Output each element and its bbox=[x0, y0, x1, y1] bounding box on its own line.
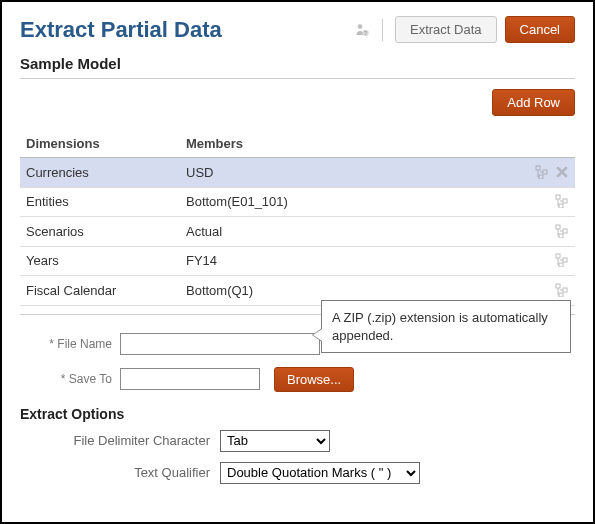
svg-rect-5 bbox=[539, 175, 543, 179]
dimension-cell: Currencies bbox=[20, 158, 180, 188]
hierarchy-icon[interactable] bbox=[553, 224, 569, 240]
svg-rect-13 bbox=[563, 258, 567, 262]
svg-rect-7 bbox=[563, 199, 567, 203]
delimiter-select[interactable]: Tab bbox=[220, 430, 330, 452]
member-cell: FY14 bbox=[180, 246, 515, 276]
svg-rect-10 bbox=[563, 229, 567, 233]
divider bbox=[20, 78, 575, 79]
divider bbox=[382, 19, 383, 41]
member-cell: Bottom(E01_101) bbox=[180, 187, 515, 217]
tooltip: A ZIP (.zip) extension is automatically … bbox=[321, 300, 571, 353]
extract-options-title: Extract Options bbox=[20, 406, 575, 422]
tooltip-text: A ZIP (.zip) extension is automatically … bbox=[332, 310, 548, 343]
hierarchy-icon[interactable] bbox=[553, 283, 569, 299]
extract-data-button[interactable]: Extract Data bbox=[395, 16, 497, 43]
svg-rect-9 bbox=[556, 225, 560, 229]
add-row-button[interactable]: Add Row bbox=[492, 89, 575, 116]
col-dimensions: Dimensions bbox=[20, 130, 180, 158]
svg-point-0 bbox=[358, 24, 363, 29]
qualifier-select[interactable]: Double Quotation Marks ( " ) bbox=[220, 462, 420, 484]
model-name: Sample Model bbox=[20, 55, 575, 72]
page-title: Extract Partial Data bbox=[20, 17, 222, 43]
table-row[interactable]: YearsFY14 bbox=[20, 246, 575, 276]
table-row[interactable]: CurrenciesUSD bbox=[20, 158, 575, 188]
qualifier-label: Text Qualifier bbox=[20, 465, 220, 480]
table-row[interactable]: ScenariosActual bbox=[20, 217, 575, 247]
svg-rect-16 bbox=[563, 288, 567, 292]
svg-rect-4 bbox=[543, 170, 547, 174]
save-to-label: Save To bbox=[20, 372, 120, 386]
svg-rect-15 bbox=[556, 284, 560, 288]
save-to-input[interactable] bbox=[120, 368, 260, 390]
file-name-input[interactable] bbox=[120, 333, 320, 355]
dimension-cell: Scenarios bbox=[20, 217, 180, 247]
member-cell: USD bbox=[180, 158, 515, 188]
table-row[interactable]: EntitiesBottom(E01_101) bbox=[20, 187, 575, 217]
member-cell: Actual bbox=[180, 217, 515, 247]
svg-rect-17 bbox=[559, 293, 563, 297]
col-members: Members bbox=[180, 130, 515, 158]
svg-rect-11 bbox=[559, 234, 563, 238]
svg-rect-3 bbox=[536, 166, 540, 170]
dimension-cell: Years bbox=[20, 246, 180, 276]
hierarchy-icon[interactable] bbox=[553, 253, 569, 269]
cancel-button[interactable]: Cancel bbox=[505, 16, 575, 43]
hierarchy-icon[interactable] bbox=[533, 165, 549, 181]
svg-rect-6 bbox=[556, 195, 560, 199]
svg-rect-12 bbox=[556, 254, 560, 258]
file-name-label: File Name bbox=[20, 337, 120, 351]
delimiter-label: File Delimiter Character bbox=[20, 433, 220, 448]
header-actions: ? Extract Data Cancel bbox=[354, 16, 575, 43]
dimensions-table: Dimensions Members CurrenciesUSDEntities… bbox=[20, 130, 575, 306]
svg-rect-14 bbox=[559, 263, 563, 267]
svg-rect-8 bbox=[559, 204, 563, 208]
dimension-cell: Entities bbox=[20, 187, 180, 217]
browse-button[interactable]: Browse... bbox=[274, 367, 354, 392]
remove-row-icon[interactable] bbox=[553, 165, 569, 181]
user-help-icon[interactable]: ? bbox=[354, 22, 370, 38]
dimension-cell: Fiscal Calendar bbox=[20, 276, 180, 306]
svg-text:?: ? bbox=[364, 30, 367, 36]
hierarchy-icon[interactable] bbox=[553, 194, 569, 210]
